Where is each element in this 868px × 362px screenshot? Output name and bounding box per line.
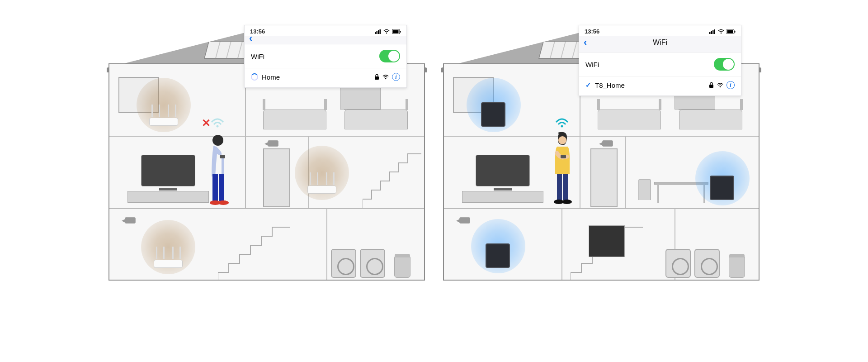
svg-point-21 xyxy=(562,200,572,204)
svg-point-33 xyxy=(720,86,721,87)
svg-point-28 xyxy=(721,32,722,33)
svg-point-17 xyxy=(558,136,566,144)
status-icons xyxy=(709,28,736,35)
svg-rect-30 xyxy=(727,30,733,33)
svg-rect-9 xyxy=(378,30,379,34)
svg-rect-25 xyxy=(711,31,712,34)
wifi-label: WiFi xyxy=(585,61,599,68)
mesh-node-icon xyxy=(481,102,505,127)
svg-rect-2 xyxy=(219,174,224,201)
back-button[interactable]: ‹ xyxy=(584,37,587,48)
wifi-comparison-diagram: ✕ 13:56 xyxy=(36,27,832,281)
svg-point-0 xyxy=(212,135,223,146)
svg-rect-7 xyxy=(375,32,376,34)
svg-rect-15 xyxy=(375,76,379,80)
battery-icon xyxy=(392,29,401,34)
house-old-router: ✕ 13:56 xyxy=(108,27,425,281)
svg-rect-14 xyxy=(400,31,401,33)
phone-wifi-panel-right: 13:56 ‹ WiFi WiFi ✓ T8_Home xyxy=(579,25,741,96)
info-icon[interactable]: i xyxy=(392,73,400,81)
svg-rect-26 xyxy=(712,30,714,34)
router-icon xyxy=(154,260,183,268)
nav-bar: ‹ xyxy=(245,36,406,44)
wifi-signal-icon xyxy=(717,83,723,88)
status-bar: 13:56 xyxy=(245,25,406,36)
wifi-signal-icon xyxy=(382,75,389,80)
svg-rect-19 xyxy=(563,174,568,200)
svg-rect-22 xyxy=(561,155,566,158)
wifi-icon xyxy=(383,29,390,34)
status-bar: 13:56 xyxy=(579,25,741,36)
svg-rect-31 xyxy=(735,31,736,33)
svg-rect-18 xyxy=(557,174,562,200)
nav-title: WiFi xyxy=(653,38,667,47)
wifi-label: WiFi xyxy=(251,52,264,60)
network-name: T8_Home xyxy=(595,81,625,89)
phone-wifi-panel-left: 13:56 ‹ WiFi Home xyxy=(244,25,407,88)
network-row[interactable]: ✓ T8_Home i xyxy=(579,76,741,95)
person-bad-signal: ✕ xyxy=(204,131,231,208)
network-row[interactable]: Home i xyxy=(245,68,406,87)
house-mesh: 13:56 ‹ WiFi WiFi ✓ T8_Home xyxy=(443,27,760,281)
wifi-weak-icon xyxy=(211,118,224,128)
connected-check-icon: ✓ xyxy=(585,81,591,89)
x-mark-icon: ✕ xyxy=(202,117,211,129)
lock-icon xyxy=(709,82,714,88)
nav-bar: ‹ WiFi xyxy=(579,36,741,52)
network-name: Home xyxy=(262,73,280,81)
wifi-toggle-row: WiFi xyxy=(245,44,406,68)
wifi-icon xyxy=(718,29,724,34)
wifi-toggle[interactable] xyxy=(379,50,400,62)
svg-rect-10 xyxy=(380,29,381,34)
svg-rect-13 xyxy=(393,30,399,33)
wifi-toggle-row: WiFi xyxy=(579,52,741,76)
loading-spinner-icon xyxy=(251,73,258,81)
status-icons xyxy=(375,28,401,35)
svg-rect-27 xyxy=(714,29,716,34)
lock-icon xyxy=(374,74,379,80)
wifi-toggle[interactable] xyxy=(714,58,735,71)
svg-rect-1 xyxy=(212,174,218,201)
info-icon[interactable]: i xyxy=(726,81,735,89)
svg-point-6 xyxy=(217,125,219,128)
svg-rect-8 xyxy=(377,31,378,34)
router-icon xyxy=(149,118,178,126)
svg-point-11 xyxy=(386,32,387,33)
svg-point-23 xyxy=(561,125,563,128)
person-good-signal xyxy=(549,131,576,208)
svg-rect-5 xyxy=(220,155,225,158)
back-button[interactable]: ‹ xyxy=(249,33,252,44)
svg-point-4 xyxy=(218,200,229,205)
cellular-icon xyxy=(709,29,716,34)
cellular-icon xyxy=(375,29,381,34)
svg-point-16 xyxy=(385,78,387,79)
mesh-node-icon xyxy=(710,176,734,200)
svg-rect-24 xyxy=(709,32,711,34)
battery-icon xyxy=(726,29,736,34)
wifi-strong-icon xyxy=(555,118,569,128)
mesh-node-icon xyxy=(486,243,510,268)
svg-rect-32 xyxy=(709,85,713,88)
router-icon xyxy=(307,186,336,194)
status-time: 13:56 xyxy=(585,28,599,35)
